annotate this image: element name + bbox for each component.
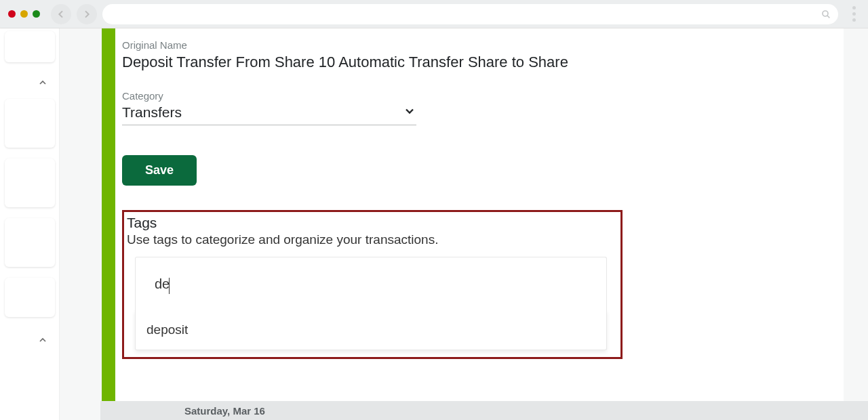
category-label: Category	[122, 90, 831, 102]
tags-description: Use tags to categorize and organize your…	[127, 232, 615, 247]
sidebar-collapse-toggle[interactable]	[5, 73, 55, 92]
arrow-right-icon	[81, 9, 92, 20]
tags-title: Tags	[127, 215, 615, 231]
chevron-up-icon	[37, 335, 48, 345]
tags-input[interactable]: de	[155, 276, 170, 291]
category-value: Transfers	[122, 104, 403, 121]
transaction-detail-panel: Original Name Deposit Transfer From Shar…	[102, 28, 844, 420]
main-column: Original Name Deposit Transfer From Shar…	[60, 28, 868, 420]
close-window-dot[interactable]	[8, 10, 16, 18]
sidebar-thumb[interactable]	[5, 99, 55, 148]
minimize-window-dot[interactable]	[20, 10, 28, 18]
browser-menu-button[interactable]	[848, 6, 860, 22]
save-button[interactable]: Save	[122, 155, 197, 186]
original-name-label: Original Name	[122, 39, 831, 51]
date-header-text: Saturday, Mar 16	[184, 405, 265, 417]
forward-button[interactable]	[77, 4, 97, 24]
sidebar-collapse-toggle[interactable]	[5, 331, 55, 350]
sidebar-thumb[interactable]	[5, 218, 55, 267]
original-name-value: Deposit Transfer From Share 10 Automatic…	[122, 54, 831, 71]
chevron-up-icon	[37, 77, 48, 88]
tags-suggestion-dropdown: deposit	[135, 310, 607, 350]
sidebar-thumb[interactable]	[5, 31, 55, 62]
search-icon	[821, 9, 831, 20]
sidebar-thumb[interactable]	[5, 278, 55, 317]
app-body: Original Name Deposit Transfer From Shar…	[0, 28, 868, 420]
chevron-down-icon	[403, 104, 416, 121]
content-scroll: Original Name Deposit Transfer From Shar…	[60, 28, 868, 420]
maximize-window-dot[interactable]	[33, 10, 40, 18]
date-header-bar: Saturday, Mar 16	[100, 401, 868, 420]
category-select[interactable]: Transfers	[122, 104, 416, 125]
tags-suggestion-item[interactable]: deposit	[146, 322, 597, 337]
sidebar	[0, 28, 60, 420]
sidebar-thumb[interactable]	[5, 159, 55, 207]
tags-section-highlight: Tags Use tags to categorize and organize…	[122, 210, 623, 359]
address-bar[interactable]	[102, 4, 838, 24]
window-controls	[8, 10, 40, 18]
svg-point-0	[823, 11, 828, 16]
tags-input-container[interactable]: de	[135, 257, 607, 310]
back-button[interactable]	[51, 4, 71, 24]
browser-chrome	[0, 0, 868, 28]
arrow-left-icon	[56, 9, 66, 20]
text-caret	[169, 278, 170, 294]
